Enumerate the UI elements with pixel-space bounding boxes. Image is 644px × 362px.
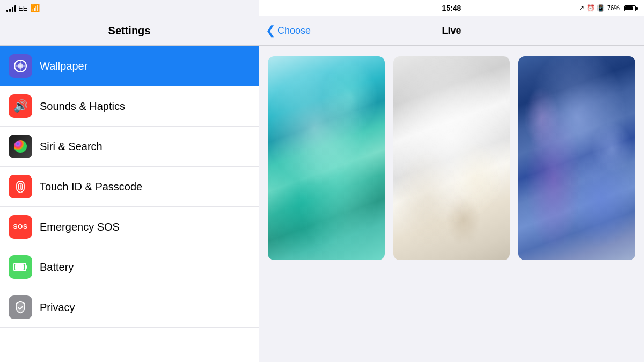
back-chevron-icon: ❮ [266,25,275,36]
siri-label: Siri & Search [40,141,103,153]
main-content: Settings Wallpaper 🔊 [0,16,644,362]
signal-bar-3 [12,7,13,12]
battery-body [624,5,636,11]
settings-header: Settings [0,16,259,46]
wallpaper-svg [13,59,27,73]
settings-item-sos[interactable]: SOS Emergency SOS [0,207,259,247]
svg-point-4 [14,140,27,153]
privacy-label: Privacy [40,301,75,314]
alarm-icon: ⏰ [587,4,595,12]
wallpaper-label: Wallpaper [40,60,87,72]
signal-bar-2 [9,9,11,12]
settings-list: Wallpaper 🔊 Sounds & Haptics [0,46,259,362]
status-right-icons: ↗ ⏰ 📳 76% [579,4,638,12]
status-time: 15:48 [442,4,462,12]
wallpaper-grid [259,46,644,362]
battery-settings-icon [9,255,32,279]
status-bar-row: EE 📶 15:48 ↗ ⏰ 📳 76% [0,0,644,16]
settings-item-wallpaper[interactable]: Wallpaper [0,46,259,86]
touchid-svg [13,179,27,194]
location-icon: ↗ [579,4,584,12]
back-button[interactable]: ❮ Choose [266,25,311,36]
right-panel: ❮ Choose Live [259,16,644,362]
battery-percentage: 76% [607,4,620,12]
touchid-icon [9,175,32,198]
sos-icon: SOS [9,215,32,239]
sos-text: SOS [13,223,28,231]
settings-title: Settings [108,25,151,37]
siri-svg [13,139,28,154]
right-panel-header: ❮ Choose Live [259,16,644,46]
wallpaper-thumb-1[interactable] [268,56,385,260]
sounds-icon: 🔊 [9,94,32,118]
settings-item-touchid[interactable]: Touch ID & Passcode [0,167,259,207]
battery-label: Battery [40,261,74,274]
wallpaper-thumb-2[interactable] [393,56,510,260]
right-panel-title: Live [442,25,461,36]
carrier-label: EE [18,4,27,12]
battery-fill [625,6,633,10]
bluetooth-icon: 📳 [597,4,605,12]
settings-item-siri[interactable]: Siri & Search [0,127,259,167]
sounds-symbol: 🔊 [13,99,28,113]
battery-icon [624,5,638,11]
battery-tip [636,7,638,10]
touchid-label: Touch ID & Passcode [40,181,142,193]
left-status-bar: EE 📶 [0,0,259,16]
left-panel: Settings Wallpaper 🔊 [0,16,259,362]
wallpaper-icon [9,54,32,78]
settings-item-privacy[interactable]: Privacy [0,287,259,328]
back-label: Choose [277,25,311,36]
signal-bars-icon [6,4,16,12]
wallpaper-thumb-3[interactable] [518,56,635,260]
settings-item-battery[interactable]: Battery [0,247,259,287]
sos-label: Emergency SOS [40,221,120,233]
privacy-icon [9,295,32,319]
battery-settings-svg [13,262,27,272]
signal-bar-4 [14,5,16,12]
wifi-icon: 📶 [31,4,40,12]
siri-icon [9,135,32,158]
svg-rect-8 [26,265,27,269]
privacy-svg [14,300,27,314]
sounds-label: Sounds & Haptics [40,100,125,113]
signal-bar-1 [6,10,8,12]
svg-rect-7 [15,264,24,270]
settings-item-sounds[interactable]: 🔊 Sounds & Haptics [0,86,259,127]
right-status-bar: 15:48 ↗ ⏰ 📳 76% [259,0,644,16]
